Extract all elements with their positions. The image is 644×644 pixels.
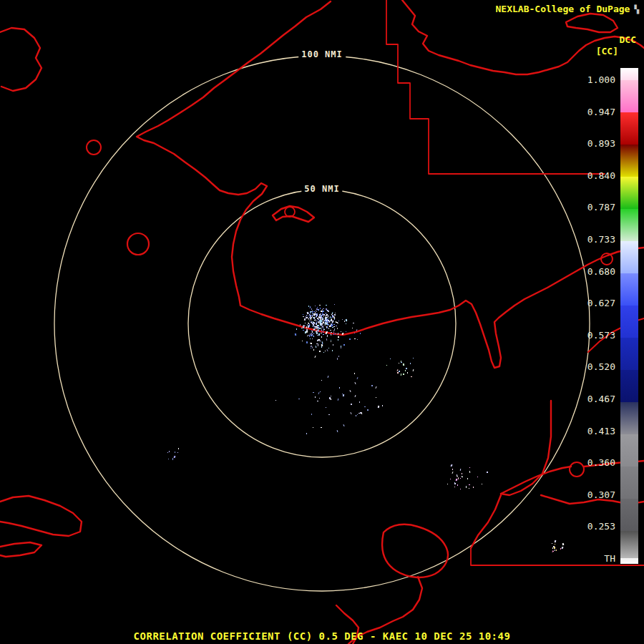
echo [316,311,317,312]
colorbar-units: [CC] [596,46,618,57]
echo [562,543,565,545]
echo [467,478,468,479]
echo [339,387,340,389]
colorbar-segment [620,402,638,434]
echo [312,338,313,339]
echo [552,543,552,544]
echo [450,479,451,479]
echo [357,414,358,415]
echo [356,329,358,331]
echo [343,394,344,396]
echo [328,311,328,312]
echo [353,323,354,323]
echo [319,305,321,306]
echo [306,315,307,316]
colorbar-segment [620,499,638,531]
echo [354,373,355,374]
echo [315,306,316,306]
echo [328,310,328,311]
echo [322,323,323,324]
echo [323,331,323,333]
echo [403,374,404,375]
echo [331,324,332,325]
colorbar [620,68,638,564]
echo [311,346,313,348]
echo [313,317,313,318]
echo [401,374,401,376]
echo [321,341,323,343]
echo [331,317,333,318]
echo [552,547,553,549]
echo [305,323,306,323]
echo [323,318,323,319]
echo [469,484,470,485]
echo [332,327,333,328]
echo [322,309,323,310]
echo [462,477,463,477]
echo [338,321,339,321]
echo [320,308,321,309]
echo [554,547,555,549]
echo [318,392,319,394]
echo [310,338,311,339]
radar-display: 100 NMI 50 NMI NEXLAB-College of DuPage▚… [0,0,644,644]
colorbar-segment [620,467,638,499]
echo [450,464,452,467]
echo [469,488,469,489]
echo [310,312,311,313]
echo [320,316,321,318]
echo [328,324,329,325]
echo [306,341,308,343]
echo [555,544,555,545]
echo [458,477,459,479]
echo [323,308,324,309]
echo [413,369,414,371]
echo [313,349,314,351]
echo [406,368,407,369]
echo [331,332,332,333]
echo [318,309,319,311]
echo [308,323,309,324]
echo [175,452,175,453]
echo [331,326,331,327]
echo [316,328,317,329]
echo [313,427,313,428]
echo [295,333,297,336]
echo [308,335,309,336]
echo [354,382,356,384]
echo [462,473,462,474]
echo [316,316,317,317]
echo [361,412,363,414]
echo [275,400,276,401]
colorbar-segment [620,68,638,80]
echo [301,328,303,328]
echo [326,349,328,351]
echo [313,336,314,337]
echo [313,321,313,323]
echo [332,316,333,316]
echo [331,340,331,341]
echo [310,333,311,335]
echo [333,326,335,327]
echo [327,327,328,328]
echo [314,320,316,321]
echo [328,325,328,326]
colorbar-segment [620,112,638,145]
echo [337,323,338,323]
echo [354,338,356,339]
echo [326,305,327,306]
echo [335,313,336,313]
echo [386,365,387,366]
echo [350,412,351,414]
echo [311,335,312,336]
echo [312,311,313,313]
echo [302,341,303,341]
echo [452,472,453,474]
echo [303,325,304,326]
echo [333,344,333,346]
echo [338,333,339,335]
echo [307,312,309,314]
echo [323,314,325,316]
echo [167,452,168,453]
echo [169,451,170,452]
